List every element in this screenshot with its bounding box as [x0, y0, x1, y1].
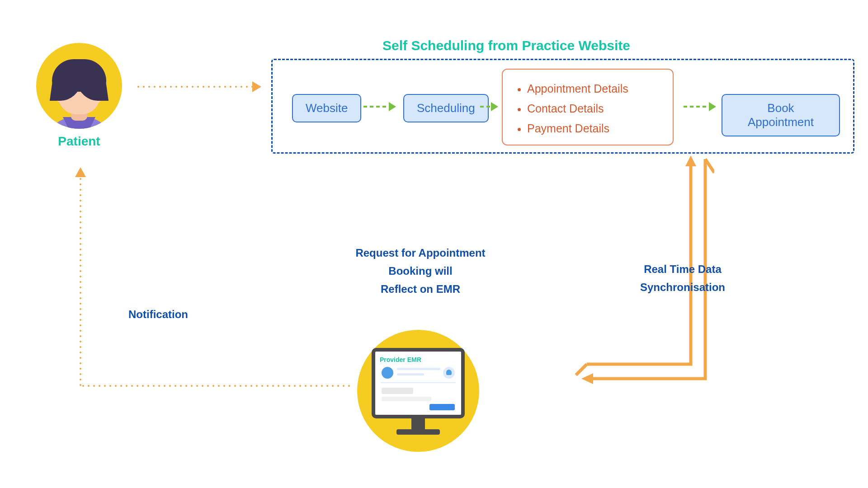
arrow-notification-head-icon [75, 167, 86, 177]
label-request-reflect: Request for Appointment Booking will Ref… [335, 244, 506, 298]
label-realtime-sync: Real Time Data Synchronisation [624, 260, 741, 296]
label-request-line2: Booking will [335, 262, 506, 280]
arrow-notification-vertical [80, 176, 81, 387]
emr-mini-user-icon [382, 367, 393, 379]
arrow-patient-to-flow-head-icon [252, 81, 261, 92]
emr-monitor-icon: Provider EMR [357, 330, 479, 452]
node-scheduling: Scheduling [403, 94, 489, 122]
label-request-line3: Reflect on EMR [335, 280, 506, 298]
label-realtime-sync-line1: Real Time Data [624, 260, 741, 278]
node-website: Website [292, 94, 361, 122]
patient-label: Patient [36, 134, 122, 149]
label-realtime-sync-line2: Synchronisation [624, 278, 741, 296]
emr-node: Provider EMR [357, 330, 479, 452]
node-book-appointment: Book Appointment [722, 94, 840, 136]
details-item-contact: Contact Details [527, 99, 660, 118]
label-notification: Notification [113, 305, 203, 324]
emr-mini-bell-icon [443, 367, 455, 379]
node-details: Appointment Details Contact Details Paym… [502, 69, 674, 145]
patient-avatar-icon [36, 43, 122, 129]
arrow-notification-horizontal [80, 385, 352, 387]
flow-container-title: Self Scheduling from Practice Website [326, 38, 687, 53]
details-item-appointment: Appointment Details [527, 79, 660, 99]
arrow-patient-to-flow [136, 86, 252, 88]
diagram-canvas: Patient Self Scheduling from Practice We… [0, 0, 868, 488]
emr-badge: Provider EMR [380, 356, 421, 363]
patient-node: Patient [36, 43, 122, 149]
label-request-line1: Request for Appointment [335, 244, 506, 262]
details-item-payment: Payment Details [527, 118, 660, 138]
svg-marker-2 [581, 373, 593, 384]
svg-line-3 [576, 364, 587, 375]
svg-marker-0 [685, 155, 696, 166]
